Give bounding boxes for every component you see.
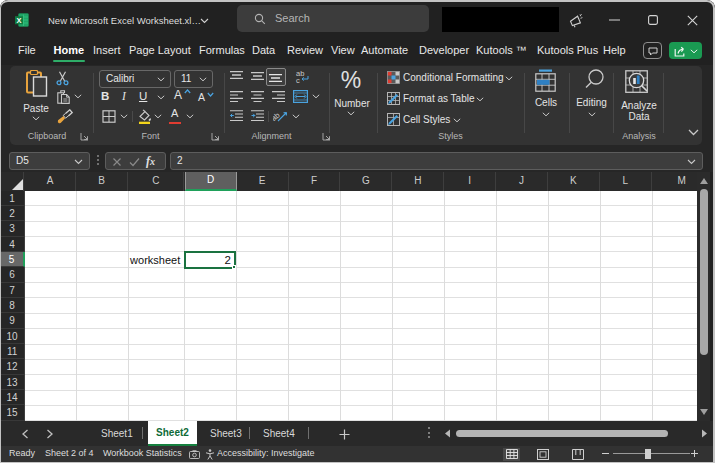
- svg-text:ab: ab: [273, 111, 281, 123]
- svg-text:c: c: [296, 76, 300, 84]
- svg-text:X: X: [16, 16, 21, 25]
